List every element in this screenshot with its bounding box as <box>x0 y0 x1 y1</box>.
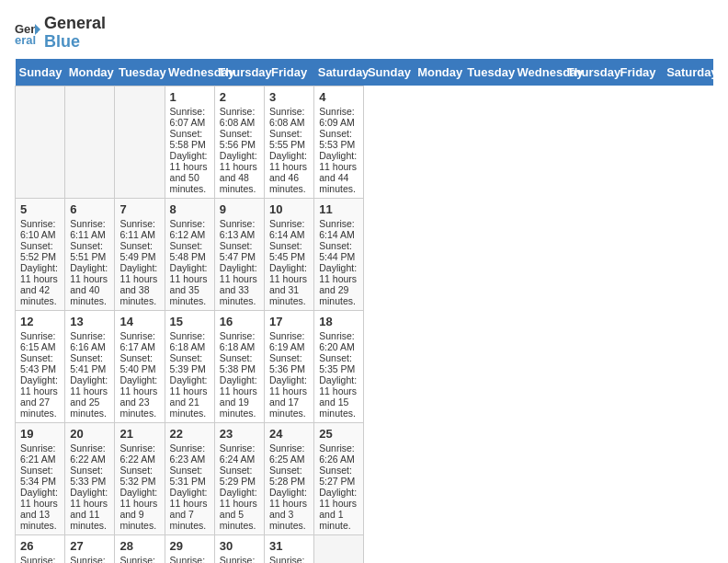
daylight-text: Daylight: 11 hours and 25 minutes. <box>70 374 108 419</box>
sunset-text: Sunset: 5:55 PM <box>269 128 305 150</box>
sunset-text: Sunset: 5:52 PM <box>20 240 56 262</box>
svg-text:eral: eral <box>15 33 36 46</box>
day-number: 10 <box>269 202 309 216</box>
sunrise-text: Sunrise: 6:18 AM <box>170 330 206 352</box>
sunrise-text: Sunrise: 6:28 AM <box>70 555 106 563</box>
day-number: 18 <box>319 315 358 328</box>
daylight-text: Daylight: 11 hours and 17 minutes. <box>269 374 307 419</box>
daylight-text: Daylight: 11 hours and 38 minutes. <box>119 262 157 306</box>
col-header-monday: Monday <box>65 59 115 86</box>
sunrise-text: Sunrise: 6:10 AM <box>20 218 56 240</box>
calendar-cell: 2Sunrise: 6:08 AMSunset: 5:56 PMDaylight… <box>214 86 264 198</box>
sunrise-text: Sunrise: 6:08 AM <box>220 106 256 128</box>
header-row: SundayMondayTuesdayWednesdayThursdayFrid… <box>16 59 713 86</box>
calendar-cell: 25Sunrise: 6:26 AMSunset: 5:27 PMDayligh… <box>314 422 364 534</box>
calendar-cell: 20Sunrise: 6:22 AMSunset: 5:33 PMDayligh… <box>65 422 115 534</box>
daylight-text: Daylight: 11 hours and 15 minutes. <box>319 374 357 419</box>
sunset-text: Sunset: 5:32 PM <box>119 465 155 487</box>
calendar-cell: 24Sunrise: 6:25 AMSunset: 5:28 PMDayligh… <box>265 422 314 534</box>
calendar-table: SundayMondayTuesdayWednesdayThursdayFrid… <box>15 59 713 563</box>
sunrise-text: Sunrise: 6:21 AM <box>20 442 56 465</box>
sunset-text: Sunset: 5:44 PM <box>319 240 355 262</box>
day-number: 25 <box>319 427 358 441</box>
col-header-wednesday: Wednesday <box>514 59 563 86</box>
page-header: Gen eral GeneralBlue <box>15 15 713 52</box>
sunset-text: Sunset: 5:56 PM <box>220 128 256 150</box>
day-number: 20 <box>70 427 109 441</box>
daylight-text: Daylight: 11 hours and 13 minutes. <box>20 487 58 531</box>
sunrise-text: Sunrise: 6:08 AM <box>269 106 305 128</box>
daylight-text: Daylight: 11 hours and 5 minutes. <box>220 487 257 531</box>
col-header-friday: Friday <box>265 59 314 86</box>
sunset-text: Sunset: 5:40 PM <box>119 352 155 374</box>
sunrise-text: Sunrise: 6:19 AM <box>269 330 305 352</box>
col-header-friday: Friday <box>613 59 663 86</box>
sunset-text: Sunset: 5:36 PM <box>269 352 305 374</box>
sunset-text: Sunset: 5:47 PM <box>220 240 256 262</box>
col-header-saturday: Saturday <box>314 59 364 86</box>
day-number: 27 <box>70 539 109 553</box>
sunset-text: Sunset: 5:58 PM <box>170 128 206 150</box>
day-number: 12 <box>20 315 60 328</box>
daylight-text: Daylight: 11 hours and 3 minutes. <box>269 487 307 531</box>
day-number: 26 <box>20 539 60 553</box>
sunrise-text: Sunrise: 6:20 AM <box>319 330 355 352</box>
sunrise-text: Sunrise: 6:16 AM <box>70 330 106 352</box>
sunset-text: Sunset: 5:28 PM <box>269 465 305 487</box>
daylight-text: Daylight: 11 hours and 27 minutes. <box>20 374 58 419</box>
sunset-text: Sunset: 5:31 PM <box>170 465 206 487</box>
sunrise-text: Sunrise: 6:11 AM <box>70 218 106 240</box>
col-header-monday: Monday <box>414 59 463 86</box>
sunrise-text: Sunrise: 6:15 AM <box>20 330 56 352</box>
sunrise-text: Sunrise: 6:23 AM <box>170 442 206 465</box>
calendar-cell: 26Sunrise: 6:27 AMSunset: 5:26 PMDayligh… <box>16 534 65 563</box>
daylight-text: Daylight: 11 hours and 1 minute. <box>319 487 357 531</box>
calendar-cell: 14Sunrise: 6:17 AMSunset: 5:40 PMDayligh… <box>115 310 165 422</box>
calendar-cell: 10Sunrise: 6:14 AMSunset: 5:45 PMDayligh… <box>265 198 314 310</box>
day-number: 8 <box>170 202 210 216</box>
sunrise-text: Sunrise: 6:13 AM <box>220 218 256 240</box>
col-header-saturday: Saturday <box>663 59 712 86</box>
daylight-text: Daylight: 11 hours and 50 minutes. <box>170 150 208 194</box>
sunrise-text: Sunrise: 6:17 AM <box>119 330 155 352</box>
sunset-text: Sunset: 5:48 PM <box>170 240 206 262</box>
daylight-text: Daylight: 11 hours and 48 minutes. <box>220 150 257 194</box>
logo-text: GeneralBlue <box>44 15 106 52</box>
day-number: 23 <box>220 427 259 441</box>
daylight-text: Daylight: 11 hours and 19 minutes. <box>220 374 257 419</box>
calendar-cell: 22Sunrise: 6:23 AMSunset: 5:31 PMDayligh… <box>165 422 214 534</box>
calendar-week-row: 19Sunrise: 6:21 AMSunset: 5:34 PMDayligh… <box>16 422 713 534</box>
calendar-week-row: 1Sunrise: 6:07 AMSunset: 5:58 PMDaylight… <box>16 86 713 198</box>
day-number: 29 <box>170 539 210 553</box>
sunrise-text: Sunrise: 6:30 AM <box>220 555 256 563</box>
calendar-week-row: 5Sunrise: 6:10 AMSunset: 5:52 PMDaylight… <box>16 198 713 310</box>
calendar-week-row: 12Sunrise: 6:15 AMSunset: 5:43 PMDayligh… <box>16 310 713 422</box>
sunrise-text: Sunrise: 6:11 AM <box>119 218 155 240</box>
sunrise-text: Sunrise: 6:27 AM <box>20 555 56 563</box>
calendar-cell: 11Sunrise: 6:14 AMSunset: 5:44 PMDayligh… <box>314 198 364 310</box>
sunrise-text: Sunrise: 6:29 AM <box>170 555 206 563</box>
daylight-text: Daylight: 11 hours and 23 minutes. <box>119 374 157 419</box>
calendar-cell: 28Sunrise: 6:28 AMSunset: 5:24 PMDayligh… <box>115 534 165 563</box>
calendar-cell: 9Sunrise: 6:13 AMSunset: 5:47 PMDaylight… <box>214 198 264 310</box>
day-number: 14 <box>119 315 159 328</box>
sunrise-text: Sunrise: 6:14 AM <box>319 218 355 240</box>
calendar-cell <box>16 86 65 198</box>
calendar-cell: 18Sunrise: 6:20 AMSunset: 5:35 PMDayligh… <box>314 310 364 422</box>
daylight-text: Daylight: 11 hours and 44 minutes. <box>319 150 357 194</box>
calendar-cell: 30Sunrise: 6:30 AMSunset: 5:22 PMDayligh… <box>214 534 264 563</box>
calendar-cell: 23Sunrise: 6:24 AMSunset: 5:29 PMDayligh… <box>214 422 264 534</box>
calendar-cell: 17Sunrise: 6:19 AMSunset: 5:36 PMDayligh… <box>265 310 314 422</box>
calendar-cell: 12Sunrise: 6:15 AMSunset: 5:43 PMDayligh… <box>16 310 65 422</box>
calendar-cell: 31Sunrise: 6:31 AMSunset: 5:21 PMDayligh… <box>265 534 314 563</box>
sunset-text: Sunset: 5:34 PM <box>20 465 56 487</box>
sunrise-text: Sunrise: 6:28 AM <box>119 555 155 563</box>
calendar-cell: 7Sunrise: 6:11 AMSunset: 5:49 PMDaylight… <box>115 198 165 310</box>
sunset-text: Sunset: 5:51 PM <box>70 240 106 262</box>
calendar-cell: 13Sunrise: 6:16 AMSunset: 5:41 PMDayligh… <box>65 310 115 422</box>
col-header-sunday: Sunday <box>16 59 65 86</box>
col-header-thursday: Thursday <box>563 59 613 86</box>
sunset-text: Sunset: 5:43 PM <box>20 352 56 374</box>
day-number: 4 <box>319 90 358 104</box>
calendar-cell <box>115 86 165 198</box>
